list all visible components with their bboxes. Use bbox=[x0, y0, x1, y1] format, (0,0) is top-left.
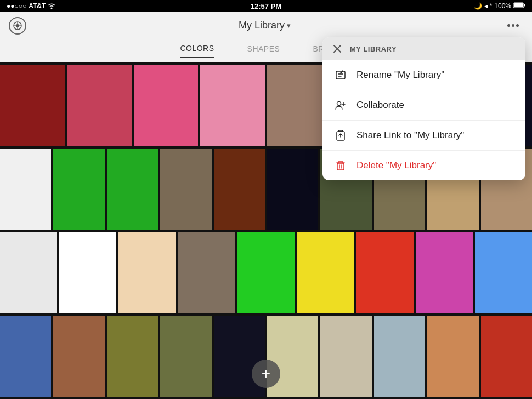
signal-dots: ●●○○○ bbox=[7, 2, 26, 10]
color-cell[interactable] bbox=[178, 232, 235, 314]
svg-rect-1 bbox=[524, 4, 525, 7]
color-cell[interactable] bbox=[107, 149, 158, 230]
color-cell[interactable] bbox=[118, 232, 176, 314]
library-name: My Library bbox=[239, 20, 285, 31]
color-cell[interactable] bbox=[107, 316, 158, 397]
delete-label: Delete "My Library" bbox=[356, 160, 436, 171]
carrier-label: AT&T bbox=[29, 2, 46, 10]
status-time: 12:57 PM bbox=[251, 2, 281, 10]
color-cell[interactable] bbox=[160, 149, 211, 230]
top-bar: My Library ▾ bbox=[0, 12, 532, 39]
color-cell[interactable] bbox=[297, 232, 354, 314]
color-cell[interactable] bbox=[67, 65, 132, 146]
collaborate-menu-item[interactable]: Collaborate bbox=[322, 90, 525, 121]
dot1 bbox=[507, 24, 510, 27]
svg-point-12 bbox=[337, 102, 341, 106]
svg-rect-2 bbox=[514, 3, 523, 7]
close-button[interactable] bbox=[331, 43, 343, 55]
tab-colors[interactable]: COLORS bbox=[180, 44, 214, 58]
svg-rect-16 bbox=[337, 163, 344, 170]
trash-icon bbox=[333, 158, 348, 173]
color-cell[interactable] bbox=[134, 65, 199, 146]
color-cell[interactable] bbox=[0, 149, 51, 230]
library-title-button[interactable]: My Library ▾ bbox=[239, 20, 291, 31]
color-cell[interactable] bbox=[237, 232, 295, 314]
location-icon: ◂ bbox=[484, 2, 488, 10]
color-cell[interactable] bbox=[160, 316, 211, 397]
color-cell[interactable] bbox=[214, 149, 265, 230]
chevron-down-icon: ▾ bbox=[287, 21, 291, 30]
share-menu-item[interactable]: Share Link to "My Library" bbox=[322, 121, 525, 151]
color-row-3 bbox=[0, 232, 532, 314]
battery-label: 100% bbox=[494, 2, 511, 10]
status-bar: ●●○○○ AT&T 12:57 PM 🌙 ◂ * 100% bbox=[0, 0, 532, 12]
color-cell[interactable] bbox=[374, 316, 425, 397]
status-right: 🌙 ◂ * 100% bbox=[474, 2, 525, 10]
tab-shapes[interactable]: SHAPES bbox=[247, 44, 280, 58]
color-cell[interactable] bbox=[427, 316, 478, 397]
color-cell[interactable] bbox=[0, 65, 65, 146]
color-cell[interactable] bbox=[416, 232, 473, 314]
share-label: Share Link to "My Library" bbox=[356, 130, 464, 141]
color-cell[interactable] bbox=[53, 149, 104, 230]
more-button[interactable] bbox=[503, 22, 523, 29]
color-cell[interactable] bbox=[267, 149, 318, 230]
dot3 bbox=[516, 24, 519, 27]
app-logo[interactable] bbox=[9, 17, 26, 35]
add-button[interactable]: + bbox=[252, 360, 280, 388]
status-left: ●●○○○ AT&T bbox=[7, 2, 55, 10]
color-cell[interactable] bbox=[356, 232, 413, 314]
battery-icon bbox=[513, 2, 525, 10]
dot2 bbox=[512, 24, 514, 27]
color-cell[interactable] bbox=[200, 65, 265, 146]
dropdown-header-title: MY LIBRARY bbox=[350, 45, 397, 53]
color-cell[interactable] bbox=[59, 232, 116, 314]
color-cell[interactable] bbox=[53, 316, 104, 397]
rename-icon bbox=[333, 68, 348, 82]
collaborate-label: Collaborate bbox=[356, 100, 404, 111]
collaborate-icon bbox=[333, 98, 348, 112]
color-cell[interactable] bbox=[475, 232, 532, 314]
moon-icon: 🌙 bbox=[474, 2, 482, 10]
wifi-icon bbox=[48, 2, 55, 10]
rename-menu-item[interactable]: Rename "My Library" bbox=[322, 60, 525, 90]
dropdown-menu: MY LIBRARY Rename "My Library" Collabora… bbox=[322, 37, 525, 180]
color-cell[interactable] bbox=[0, 232, 57, 314]
bluetooth-icon: * bbox=[490, 2, 493, 10]
color-cell[interactable] bbox=[320, 316, 371, 397]
share-icon bbox=[333, 128, 348, 142]
rename-label: Rename "My Library" bbox=[356, 70, 444, 81]
delete-menu-item[interactable]: Delete "My Library" bbox=[322, 151, 525, 180]
color-cell[interactable] bbox=[481, 316, 532, 397]
color-cell[interactable] bbox=[0, 316, 51, 397]
dropdown-header: MY LIBRARY bbox=[322, 37, 525, 60]
